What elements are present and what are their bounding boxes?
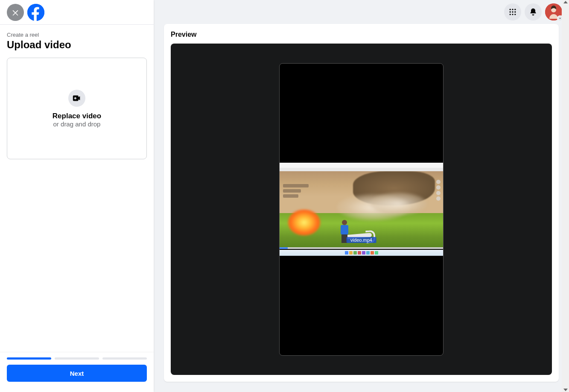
upload-dropzone[interactable]: Replace video or drag and drop (7, 58, 147, 159)
sidebar-content: Create a reel Upload video Replace video… (0, 25, 154, 352)
scroll-down-icon (563, 389, 568, 391)
facebook-logo[interactable] (27, 4, 44, 21)
progress-step-2 (55, 357, 99, 360)
progress-indicator (7, 357, 147, 360)
preview-stage: video.mp4 (171, 44, 552, 375)
next-button[interactable]: Next (7, 365, 147, 382)
video-thumbnail: video.mp4 (280, 163, 443, 256)
breadcrumb: Create a reel (7, 32, 147, 38)
notifications-button[interactable] (525, 3, 542, 20)
svg-point-3 (514, 9, 516, 10)
video-add-icon (72, 94, 82, 103)
page-scrollbar[interactable] (562, 0, 569, 392)
scroll-up-icon (563, 1, 568, 3)
thumb-titlebar (280, 163, 443, 168)
top-header (154, 0, 569, 24)
preview-frame: video.mp4 (279, 63, 444, 356)
thumb-seekbar (280, 247, 443, 249)
preview-card: Preview (164, 24, 559, 382)
close-button[interactable] (7, 4, 24, 21)
bell-icon (529, 8, 537, 16)
progress-step-1 (7, 357, 51, 360)
thumb-game-scene (280, 171, 443, 247)
sidebar-header (0, 0, 154, 25)
menu-button[interactable] (504, 3, 521, 20)
sidebar-footer: Next (0, 352, 154, 392)
main-area: Preview (154, 0, 569, 392)
upload-icon-wrapper (68, 90, 85, 107)
filename-label: video.mp4 (346, 237, 376, 243)
svg-point-2 (512, 9, 513, 10)
sidebar: Create a reel Upload video Replace video… (0, 0, 154, 392)
facebook-icon (27, 4, 44, 21)
svg-point-1 (510, 9, 511, 10)
svg-point-9 (514, 14, 516, 15)
grid-icon (508, 8, 517, 16)
thumb-taskbar (280, 250, 443, 256)
chevron-down-icon (558, 17, 562, 20)
preview-title: Preview (171, 31, 552, 38)
thumb-menubar (280, 168, 443, 171)
upload-action-label: Replace video (53, 112, 101, 120)
progress-step-3 (102, 357, 147, 360)
svg-point-5 (512, 11, 513, 12)
page-title: Upload video (7, 39, 147, 51)
svg-point-4 (510, 11, 511, 12)
profile-button[interactable] (545, 3, 562, 20)
app-root: Create a reel Upload video Replace video… (0, 0, 569, 392)
svg-point-7 (510, 14, 511, 15)
upload-hint: or drag and drop (53, 120, 101, 128)
svg-point-6 (514, 11, 516, 12)
close-icon (11, 8, 20, 17)
svg-point-8 (512, 14, 513, 15)
